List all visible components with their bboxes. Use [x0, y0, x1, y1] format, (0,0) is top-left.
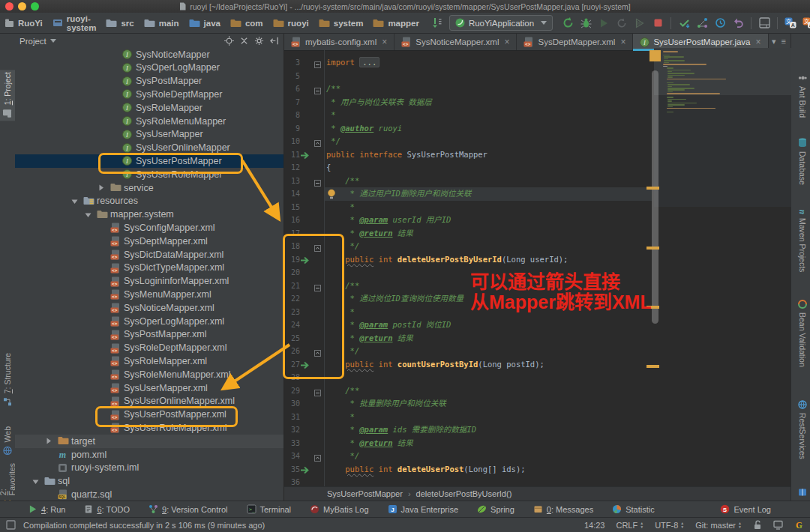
tree-item-sysuserrolemapper[interactable]: ISysUserRoleMapper: [15, 168, 284, 181]
collapse-all-icon[interactable]: [239, 36, 249, 46]
close-button[interactable]: [5, 2, 14, 10]
nav-crumb-java[interactable]: java: [189, 19, 220, 28]
code-line-16[interactable]: 16 * @param userId 用户ID: [284, 214, 791, 227]
code-minimap[interactable]: [654, 48, 791, 207]
close-icon[interactable]: ×: [620, 37, 626, 47]
traffic-lights[interactable]: [5, 2, 39, 10]
tree-item-sql[interactable]: sql: [15, 475, 284, 489]
tree-item-resources[interactable]: resources: [15, 195, 284, 208]
rollback-icon[interactable]: [729, 15, 747, 31]
history-icon[interactable]: [711, 15, 729, 31]
tree-item-sysrolemenumapper-xml[interactable]: <>SysRoleMenuMapper.xml: [15, 368, 284, 381]
close-icon[interactable]: ×: [504, 37, 509, 47]
tree-item-sysdictdatamapper-xml[interactable]: <>SysDictDataMapper.xml: [15, 248, 284, 262]
rerun-icon[interactable]: [613, 15, 631, 31]
chevron-down-icon[interactable]: [50, 39, 56, 43]
nav-crumb-ruoyi[interactable]: ruoyi: [273, 19, 309, 28]
run-configuration-select[interactable]: RuoYiApplication: [449, 15, 553, 31]
column-selection-icon[interactable]: [432, 17, 442, 28]
toolwindow-button-mybatis-log[interactable]: MyBatis Log: [310, 504, 369, 514]
chevron-down-icon[interactable]: [85, 210, 92, 220]
toolwindow-button-version-control[interactable]: 9: Version Control: [148, 504, 227, 514]
tree-item-sysroledeptmapper-xml[interactable]: <>SysRoleDeptMapper.xml: [15, 342, 284, 355]
toolwindow-button-statistic[interactable]: Statistic: [612, 504, 655, 514]
editor-scrollbar[interactable]: [652, 70, 658, 324]
stripe-button-restservices[interactable]: RestServices: [793, 398, 810, 462]
unlock-icon[interactable]: [753, 520, 762, 530]
status-item-14-23[interactable]: 14:23: [584, 521, 605, 530]
toolwindow-switcher-icon[interactable]: [6, 520, 16, 530]
status-item-crlf[interactable]: CRLF▲▼: [616, 521, 644, 530]
code-line-23[interactable]: 23 *: [284, 306, 791, 319]
build-icon[interactable]: [559, 15, 577, 31]
tab-options-icon[interactable]: ▾ ≡: [772, 37, 788, 46]
tree-item-sysdicttypemapper-xml[interactable]: <>SysDictTypeMapper.xml: [15, 262, 284, 275]
tree-item-sysdeptmapper-xml[interactable]: <>SysDeptMapper.xml: [15, 235, 284, 248]
tree-item-target[interactable]: target: [15, 435, 284, 448]
stripe-button-project[interactable]: 1: Project: [0, 70, 15, 121]
chevron-down-icon[interactable]: [32, 477, 39, 487]
tree-item-sysuserpostmapper[interactable]: ISysUserPostMapper: [15, 154, 284, 168]
tree-item-sysuserrolemapper-xml[interactable]: <>SysUserRoleMapper.xml: [15, 421, 284, 435]
nav-crumb-ruoyi[interactable]: RuoYi: [4, 18, 43, 28]
stripe-button-ant-build[interactable]: Ant Build: [793, 71, 810, 120]
tree-item-sysrolemapper-xml[interactable]: <>SysRoleMapper.xml: [15, 354, 284, 368]
tree-item-sysrolemenumapper[interactable]: ISysRoleMenuMapper: [15, 115, 284, 128]
coverage-icon[interactable]: [631, 15, 649, 31]
tree-item-sysnoticemapper-xml[interactable]: <>SysNoticeMapper.xml: [15, 301, 284, 315]
nav-crumb-com[interactable]: com: [230, 19, 263, 28]
code-line-22[interactable]: 22 * 通过岗位ID查询岗位使用数量: [284, 292, 791, 306]
tree-item-sysusermapper-xml[interactable]: <>SysUserMapper.xml: [15, 381, 284, 395]
tree-item-pom-xml[interactable]: mpom.xml: [15, 448, 284, 462]
breadcrumb-method[interactable]: deleteUserPostByUserId(): [416, 489, 512, 498]
tree-item-quartz-sql[interactable]: SQLquartz.sql: [15, 488, 284, 501]
tree-item-syspostmapper[interactable]: ISysPostMapper: [15, 75, 284, 88]
tree-item-sysuseronlinemapper-xml[interactable]: <>SysUserOnlineMapper.xml: [15, 395, 284, 408]
nav-crumb-main[interactable]: main: [144, 19, 179, 28]
translate-blue-icon[interactable]: 文A: [782, 15, 800, 31]
chevron-down-icon[interactable]: [71, 196, 78, 207]
settings-icon[interactable]: [254, 36, 264, 46]
tree-item-syslogininformapper-xml[interactable]: <>SysLogininforMapper.xml: [15, 275, 284, 288]
status-item-utf-8[interactable]: UTF-8▲▼: [655, 521, 684, 530]
code-line-21[interactable]: 21 /**: [284, 279, 791, 293]
vcs-share-icon[interactable]: [693, 15, 711, 31]
toolwindow-button-messages[interactable]: 0: Messages: [533, 504, 593, 514]
editor-tab-mybatis-config-xml[interactable]: <>mybatis-config.xml×: [284, 34, 394, 50]
breadcrumb-class[interactable]: SysUserPostMapper: [327, 489, 403, 498]
toolwindow-button-java-enterprise[interactable]: JJava Enterprise: [388, 504, 458, 514]
tree-item-sysoperlogmapper-xml[interactable]: <>SysOperLogMapper.xml: [15, 315, 284, 328]
code-line-17[interactable]: 17 * @return 结果: [284, 227, 791, 241]
nav-crumb-ruoyi-system[interactable]: ruoyi-system: [52, 14, 97, 32]
translate-orange-icon[interactable]: 文A: [800, 15, 810, 31]
tree-item-sysoperlogmapper[interactable]: ISysOperLogMapper: [15, 61, 284, 75]
tree-item-service[interactable]: service: [15, 181, 284, 195]
code-line-36[interactable]: 36: [284, 476, 791, 487]
editor-tab-sysnoticemapper-xml[interactable]: <>SysNoticeMapper.xml×: [394, 34, 517, 50]
stop-icon[interactable]: [649, 15, 667, 31]
toolwindow-button-todo[interactable]: 6: TODO: [84, 504, 130, 514]
code-line-18[interactable]: 18 */: [284, 240, 791, 253]
stripe-button-maven-projects[interactable]: mMaven Projects: [793, 203, 810, 274]
code-line-19[interactable]: 19 public int deleteUserPostByUserId(Lon…: [284, 253, 791, 267]
tree-item-mapper-system[interactable]: mapper.system: [15, 208, 284, 222]
stripe-button-database[interactable]: Database: [793, 136, 810, 187]
stripe-button-bean-validation[interactable]: Bean Validation: [793, 297, 810, 369]
tree-item-sysusermapper[interactable]: ISysUserMapper: [15, 128, 284, 142]
google-g-icon[interactable]: G: [794, 520, 804, 530]
toolwindow-button-run[interactable]: 4: Run: [28, 504, 65, 514]
debug-icon[interactable]: [577, 15, 595, 31]
chevron-right-icon[interactable]: [98, 183, 104, 193]
code-line-33[interactable]: 33 * @return 结果: [284, 437, 791, 450]
tree-item-syspostmapper-xml[interactable]: <>SysPostMapper.xml: [15, 328, 284, 342]
toolwindow-button-event-log[interactable]: SEvent Log: [720, 504, 771, 514]
code-line-26[interactable]: 26 */: [284, 345, 791, 358]
code-line-20[interactable]: 20: [284, 266, 791, 279]
code-line-29[interactable]: 29 /**: [284, 384, 791, 398]
code-line-24[interactable]: 24 * @param postId 岗位ID: [284, 318, 791, 332]
nav-crumb-system[interactable]: system: [319, 19, 364, 28]
zoom-button[interactable]: [31, 2, 39, 10]
tree-item-sysconfigmapper-xml[interactable]: <>SysConfigMapper.xml: [15, 221, 284, 235]
code-line-25[interactable]: 25 * @return 结果: [284, 332, 791, 345]
commit-icon[interactable]: [675, 15, 693, 31]
